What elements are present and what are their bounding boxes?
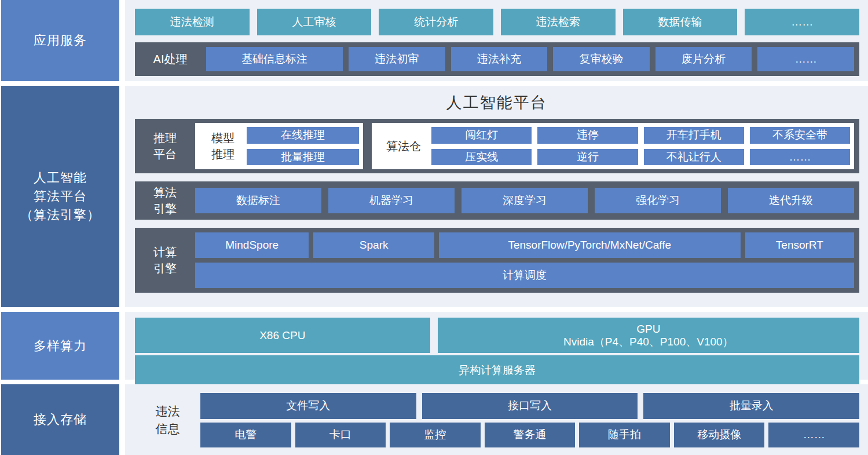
write-mode-row: 文件写入 接口写入 批量录入 xyxy=(200,393,859,419)
ai-process-box: 基础信息标注 xyxy=(206,47,343,71)
source-box-more: …… xyxy=(768,423,859,448)
band-computing-power: 多样算力 X86 CPU GPU Nvidia（P4、P40、P100、V100… xyxy=(0,312,868,380)
compute-scheduler-box: 计算调度 xyxy=(195,263,854,288)
gpu-box: GPU Nvidia（P4、P40、P100、V100） xyxy=(438,318,859,353)
algo-store-group: 算法仓 闯红灯 违停 开车打手机 不系安全带 压实线 逆行 不礼让行人 …… xyxy=(372,123,854,169)
service-box: 数据传输 xyxy=(623,9,738,35)
inference-platform-container: 推理 平台 模型 推理 在线推理 批量推理 算法仓 闯红灯 违停 开车打手机 不… xyxy=(135,119,859,173)
algo-engine-buttons: 数据标注 机器学习 深度学习 强化学习 迭代升级 xyxy=(195,188,854,213)
source-box: 卡口 xyxy=(295,423,386,448)
source-box: 电警 xyxy=(200,423,291,448)
model-inference-label: 模型 推理 xyxy=(199,127,247,165)
compute-framework-box: TensorFlow/PyTorch/MxNet/Caffe xyxy=(439,232,741,258)
source-box: 监控 xyxy=(390,423,481,448)
ai-process-box: 废片分析 xyxy=(655,47,752,71)
model-inference-group: 模型 推理 在线推理 批量推理 xyxy=(195,123,363,169)
service-box: 统计分析 xyxy=(379,9,493,35)
source-row: 电警 卡口 监控 警务通 随手拍 移动摄像 …… xyxy=(200,423,859,448)
ai-platform-panel: 人工智能平台 推理 平台 模型 推理 在线推理 批量推理 算法仓 闯红灯 违停 … xyxy=(125,86,868,307)
algo-box-more: …… xyxy=(750,149,850,166)
algo-engine-box: 深度学习 xyxy=(462,188,588,213)
storage-buttons: 文件写入 接口写入 批量录入 电警 卡口 监控 警务通 随手拍 移动摄像 …… xyxy=(200,393,859,447)
source-box: 随手拍 xyxy=(579,423,670,448)
access-storage-panel: 违法 信息 文件写入 接口写入 批量录入 电警 卡口 监控 警务通 随手拍 移动… xyxy=(125,384,868,455)
storage-layout: 违法 信息 文件写入 接口写入 批量录入 电警 卡口 监控 警务通 随手拍 移动… xyxy=(125,384,868,455)
algo-box: 违停 xyxy=(537,127,638,144)
compute-framework-box: MindSpore xyxy=(195,232,309,258)
algo-store-label: 算法仓 xyxy=(376,127,431,165)
algo-box: 闯红灯 xyxy=(431,127,532,144)
write-mode-box: 批量录入 xyxy=(643,393,859,419)
sidebar-item-access-storage: 接入存储 xyxy=(1,384,119,455)
write-mode-box: 文件写入 xyxy=(200,393,416,419)
algo-box: 不系安全带 xyxy=(750,127,850,144)
algo-box: 压实线 xyxy=(431,149,532,166)
source-box: 移动摄像 xyxy=(674,423,765,448)
inference-box: 批量推理 xyxy=(247,149,359,166)
algo-store-grid: 闯红灯 违停 开车打手机 不系安全带 压实线 逆行 不礼让行人 …… xyxy=(431,127,850,165)
algo-box: 开车打手机 xyxy=(644,127,744,144)
computing-power-panel: X86 CPU GPU Nvidia（P4、P40、P100、V100） 异构计… xyxy=(125,312,868,380)
hetero-server-box: 异构计算服务器 xyxy=(135,355,859,385)
ai-process-bar: AI处理 基础信息标注 违法初审 违法补充 复审校验 废片分析 …… xyxy=(135,42,859,76)
ai-process-box: 违法补充 xyxy=(451,47,548,71)
sidebar-item-ai-platform: 人工智能 算法平台 （算法引擎） xyxy=(1,86,119,307)
band-ai-platform: 人工智能 算法平台 （算法引擎） 人工智能平台 推理 平台 模型 推理 在线推理… xyxy=(0,86,868,307)
compute-engine-container: 计算 引擎 MindSpore Spark TensorFlow/PyTorch… xyxy=(135,228,859,293)
source-box: 警务通 xyxy=(485,423,576,448)
band-access-storage: 接入存储 违法 信息 文件写入 接口写入 批量录入 电警 卡口 监控 警务通 随… xyxy=(0,384,868,455)
algo-engine-box: 强化学习 xyxy=(595,188,721,213)
app-services-panel: 违法检测 人工审核 统计分析 违法检索 数据传输 …… AI处理 基础信息标注 … xyxy=(125,0,868,81)
algo-engine-box: 迭代升级 xyxy=(728,188,854,213)
write-mode-box: 接口写入 xyxy=(422,393,638,419)
band-app-services: 应用服务 违法检测 人工审核 统计分析 违法检索 数据传输 …… AI处理 基础… xyxy=(0,0,868,81)
computing-power-layout: X86 CPU GPU Nvidia（P4、P40、P100、V100） 异构计… xyxy=(125,312,868,390)
processor-row: X86 CPU GPU Nvidia（P4、P40、P100、V100） xyxy=(135,318,859,353)
inference-platform-label: 推理 平台 xyxy=(135,123,195,169)
architecture-diagram: 应用服务 违法检测 人工审核 统计分析 违法检索 数据传输 …… AI处理 基础… xyxy=(0,0,868,455)
service-box: 违法检测 xyxy=(135,9,250,35)
platform-title: 人工智能平台 xyxy=(125,86,868,119)
ai-process-box: 违法初审 xyxy=(349,47,445,71)
ai-process-box: 复审校验 xyxy=(553,47,650,71)
algo-engine-box: 机器学习 xyxy=(328,188,455,213)
service-box-more: …… xyxy=(745,9,859,35)
cpu-box: X86 CPU xyxy=(135,318,430,353)
compute-engine-buttons: MindSpore Spark TensorFlow/PyTorch/MxNet… xyxy=(195,232,854,288)
compute-framework-row: MindSpore Spark TensorFlow/PyTorch/MxNet… xyxy=(195,232,854,258)
inference-box: 在线推理 xyxy=(247,127,359,144)
ai-process-label: AI处理 xyxy=(140,52,200,67)
ai-process-box-more: …… xyxy=(757,47,854,71)
violation-info-label: 违法 信息 xyxy=(135,393,200,447)
algo-engine-box: 数据标注 xyxy=(195,188,321,213)
compute-framework-box: TensorRT xyxy=(745,232,854,258)
compute-framework-box: Spark xyxy=(313,232,434,258)
service-box: 违法检索 xyxy=(501,9,616,35)
service-box: 人工审核 xyxy=(257,9,372,35)
service-button-row: 违法检测 人工审核 统计分析 违法检索 数据传输 …… xyxy=(125,0,868,35)
sidebar-item-computing-power: 多样算力 xyxy=(1,312,119,380)
sidebar-item-app-services: 应用服务 xyxy=(1,0,119,81)
model-inference-buttons: 在线推理 批量推理 xyxy=(247,127,359,165)
compute-engine-label: 计算 引擎 xyxy=(135,232,195,288)
algo-box: 逆行 xyxy=(537,149,638,166)
algo-box: 不礼让行人 xyxy=(644,149,744,166)
algo-engine-label: 算法 引擎 xyxy=(135,188,195,213)
algo-engine-container: 算法 引擎 数据标注 机器学习 深度学习 强化学习 迭代升级 xyxy=(135,181,859,220)
